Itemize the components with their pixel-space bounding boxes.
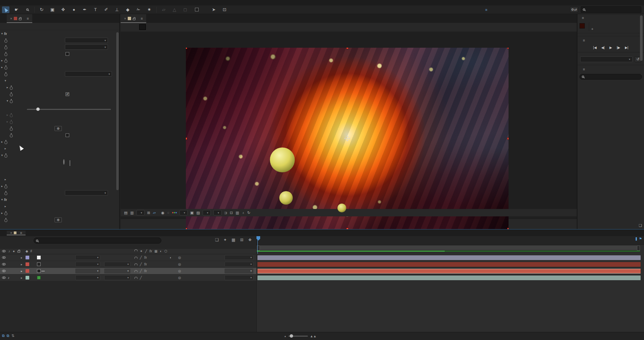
timeline-graph-area[interactable]: ❚⚑: [256, 236, 644, 332]
group-evolution-options[interactable]: ▸: [0, 176, 119, 183]
tab-audio[interactable]: [587, 14, 593, 22]
layer-row-1[interactable]: ▸ ▾ ╱fx ◐ ◎ ▾: [0, 254, 256, 261]
histogram-icon[interactable]: ▥: [236, 211, 239, 215]
layer-bar-solid2[interactable]: [257, 262, 641, 267]
pen-tool[interactable]: ✒: [81, 6, 88, 13]
tab-timeline-comp[interactable]: × ≡: [7, 231, 26, 235]
layer-name[interactable]: [41, 271, 45, 271]
stopwatch-icon[interactable]: [4, 140, 8, 144]
label-color[interactable]: [26, 262, 29, 266]
selection-handle[interactable]: [346, 228, 349, 229]
snapshot-icon[interactable]: ◉: [161, 211, 165, 215]
trkmat-dropdown[interactable]: ▾: [104, 262, 130, 267]
expand-icon[interactable]: ▸: [21, 263, 23, 266]
draft-3d-icon[interactable]: ✦: [224, 238, 227, 242]
work-area-end-icon[interactable]: ❚: [635, 237, 638, 241]
timeline-search-box[interactable]: [34, 238, 161, 244]
selection-handle[interactable]: [186, 228, 187, 229]
primary-viewer-icon[interactable]: ▥: [130, 211, 133, 215]
parent-dropdown[interactable]: ▾: [225, 262, 253, 267]
zoom-slider-track[interactable]: [288, 336, 308, 337]
rotate-tool[interactable]: ↻: [38, 6, 45, 13]
motion-blur-icon[interactable]: ❖: [248, 238, 252, 242]
work-area-bar[interactable]: [257, 246, 640, 250]
flowchart-icon[interactable]: ♁: [242, 211, 244, 215]
layer-row-4[interactable]: ♪ ▸ ▾ ▾ ╱ ◎ ▾: [0, 274, 256, 281]
layer-row-3-selected[interactable]: ▸ ▾ ▾ ╱fx ◎ ▾: [0, 268, 256, 274]
show-snapshot-icon[interactable]: ○: [167, 211, 169, 215]
stopwatch-icon[interactable]: [4, 59, 8, 62]
time-ruler[interactable]: [257, 236, 644, 245]
next-frame-button[interactable]: |▶: [617, 46, 620, 49]
panel-menu-icon[interactable]: ≡: [140, 16, 143, 20]
label-color[interactable]: [26, 256, 29, 259]
parent-pickwhip-icon[interactable]: ◎: [178, 269, 181, 273]
panel-menu-icon[interactable]: ≡: [583, 38, 585, 42]
panel-menu-icon[interactable]: ≡: [27, 16, 29, 20]
parent-pickwhip-icon[interactable]: ◎: [178, 262, 181, 266]
trkmat-dropdown[interactable]: ▾: [104, 275, 130, 280]
view-layout-dropdown[interactable]: ▾: [213, 210, 222, 215]
hide-shy-layers-icon[interactable]: ▦: [232, 238, 235, 242]
shy-toggle[interactable]: [134, 263, 137, 265]
toggle-switches-modes-icon[interactable]: ⇅: [11, 334, 14, 338]
pixel-aspect-icon[interactable]: ⊐: [224, 211, 227, 215]
selection-handle[interactable]: [507, 137, 509, 140]
help-search-box[interactable]: [581, 6, 641, 13]
pan-behind-tool[interactable]: ✥: [59, 6, 67, 13]
layer-bar-adjustment[interactable]: [257, 255, 641, 260]
collapse-icon[interactable]: ▾: [0, 154, 4, 157]
shy-toggle[interactable]: [134, 277, 137, 279]
expand-icon[interactable]: ▸: [0, 184, 4, 188]
puppet-pin-tool[interactable]: ✷: [146, 6, 153, 13]
effects-toggle[interactable]: fx: [144, 269, 147, 273]
expand-icon[interactable]: ▸: [0, 140, 4, 143]
selection-tool[interactable]: [2, 6, 9, 13]
label-color[interactable]: [26, 269, 29, 273]
effect-header-fractal-noise[interactable]: ▾ fx: [0, 30, 119, 37]
trkmat-dropdown[interactable]: ▾: [104, 268, 130, 273]
layer-row-2[interactable]: ▸ ▾ ▾ ╱fx ◎ ▾: [0, 261, 256, 268]
presets-search-input[interactable]: [586, 75, 636, 79]
selection-handle[interactable]: [507, 48, 509, 49]
crosshair-picker-icon[interactable]: ⊕: [54, 217, 62, 222]
expand-modes-icon[interactable]: ⧉: [7, 334, 9, 338]
expand-icon[interactable]: ▸: [21, 269, 23, 273]
panel-menu-icon[interactable]: ≡: [20, 231, 22, 235]
visibility-toggle[interactable]: [2, 270, 6, 272]
mode-dropdown[interactable]: ▾: [75, 255, 100, 260]
tab-project[interactable]: [0, 14, 7, 23]
quality-toggle[interactable]: ╱: [140, 276, 142, 280]
selection-handle[interactable]: [186, 48, 187, 49]
previous-frame-button[interactable]: ◀|: [601, 46, 605, 49]
new-panel-icon[interactable]: ❏: [639, 223, 642, 228]
scale-slider-knob[interactable]: [36, 108, 40, 111]
close-icon[interactable]: ×: [124, 16, 126, 20]
layer-bar-footage[interactable]: [257, 275, 641, 280]
always-preview-icon[interactable]: ▤: [124, 211, 127, 215]
stopwatch-icon[interactable]: [4, 45, 8, 49]
zoom-tool[interactable]: [24, 6, 31, 13]
tab-info[interactable]: ≡: [577, 14, 587, 22]
stopwatch-icon[interactable]: [4, 39, 8, 42]
zoom-in-mountains-icon[interactable]: ▲▲: [310, 334, 317, 338]
close-icon[interactable]: ×: [10, 231, 12, 235]
stopwatch-icon[interactable]: [9, 133, 13, 137]
camera-dropdown[interactable]: ▾: [203, 210, 211, 215]
crosshair-picker-icon[interactable]: ⊕: [54, 126, 62, 131]
blend-mode-dropdown[interactable]: ▾: [65, 190, 108, 196]
region-of-interest-icon[interactable]: ▱: [153, 211, 156, 215]
anchor-point-icon[interactable]: [345, 136, 350, 141]
parent-dropdown[interactable]: ▾: [225, 275, 253, 280]
frame-blend-icon[interactable]: ⊞: [240, 238, 243, 242]
uniform-scale-checkbox[interactable]: [66, 92, 69, 96]
hand-tool[interactable]: ☛: [13, 6, 20, 13]
timeline-search-input[interactable]: [40, 239, 151, 243]
collapse-icon[interactable]: ▾: [3, 79, 7, 82]
playhead-line[interactable]: [257, 236, 258, 254]
stopwatch-icon[interactable]: [4, 184, 8, 188]
shortcut-dropdown[interactable]: ▾: [580, 56, 633, 62]
effect-panel-scrollbar[interactable]: [116, 32, 119, 190]
play-button[interactable]: ▶: [609, 46, 612, 49]
expand-transform-icon[interactable]: ⧉: [2, 334, 5, 338]
